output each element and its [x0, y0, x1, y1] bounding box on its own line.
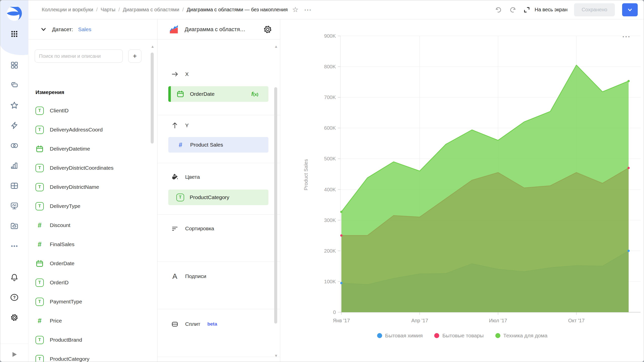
breadcrumb-collections[interactable]: Коллекции и воркбуки: [42, 7, 93, 13]
save-dropdown-button[interactable]: [622, 3, 638, 16]
rail-item-dashboards[interactable]: [9, 200, 20, 211]
date-type-icon: [35, 259, 44, 268]
rail-item-quick-actions[interactable]: [9, 120, 20, 131]
fullscreen-label[interactable]: На весь экран: [535, 7, 568, 13]
field-row-clientid[interactable]: TClientID: [28, 101, 149, 120]
shelf-split[interactable]: Сплит beta: [157, 319, 276, 330]
field-row-deliverytype[interactable]: TDeliveryType: [28, 197, 149, 216]
rail-item-connections[interactable]: [9, 140, 20, 151]
field-name: FinalSales: [50, 241, 74, 247]
section-divider: [157, 309, 280, 309]
field-row-discount[interactable]: #Discount: [28, 216, 149, 235]
letter-a-icon: A: [171, 272, 179, 281]
section-divider: [157, 163, 280, 163]
formula-fx-icon[interactable]: f(x): [251, 91, 258, 97]
breadcrumb-area-chart[interactable]: Диаграмма с областями: [123, 7, 179, 13]
config-scrollbar[interactable]: [274, 87, 277, 324]
chevron-down-icon[interactable]: [40, 26, 47, 33]
shelf-split-label: Сплит: [185, 321, 200, 327]
shelf-x[interactable]: X: [157, 69, 276, 80]
breadcrumb-charts[interactable]: Чарты: [101, 7, 115, 13]
rail-item-help[interactable]: ?: [9, 292, 20, 303]
rail-item-apps-grid[interactable]: [9, 28, 20, 39]
dataset-panel: Датасет: Sales + Измерения TClientIDTDel…: [28, 19, 157, 362]
string-type-icon: T: [35, 164, 44, 172]
arrow-up-icon: [171, 122, 179, 129]
save-button[interactable]: Сохранено: [574, 3, 615, 16]
chart-settings-gear-icon[interactable]: [263, 25, 272, 34]
area-chart-plot[interactable]: 0100K200K300K400K500K600K700K800K900KЯнв…: [280, 19, 644, 362]
shelf-sort[interactable]: Сортировка: [157, 223, 276, 234]
rail-item-navigation[interactable]: [9, 60, 20, 71]
rail-item-favorites[interactable]: [9, 100, 20, 111]
field-row-finalsales[interactable]: #FinalSales: [28, 235, 149, 254]
legend-item[interactable]: Техника для дома: [495, 333, 548, 339]
collapse-panel-button[interactable]: [10, 350, 18, 360]
shelf-x-field-orderdate[interactable]: OrderDate f(x): [168, 86, 268, 102]
rail-item-settings[interactable]: [9, 312, 20, 323]
datalens-logo[interactable]: [6, 5, 22, 21]
undo-icon: [495, 6, 502, 14]
more-menu-icon[interactable]: ⋯: [304, 6, 312, 14]
lightning-icon: [10, 121, 19, 130]
shelf-y[interactable]: Y: [157, 120, 276, 131]
rail-item-more[interactable]: [9, 241, 20, 252]
scroll-up-arrow[interactable]: ▲: [274, 44, 278, 48]
field-row-price[interactable]: #Price: [28, 311, 149, 330]
svg-text:Окт '17: Окт '17: [568, 318, 585, 323]
dataset-scrollbar[interactable]: [151, 53, 154, 144]
bar-chart-icon: [10, 161, 19, 170]
monitor-pulse-icon: [10, 202, 19, 210]
fullscreen-button[interactable]: [523, 6, 531, 14]
field-row-orderid[interactable]: TOrderID: [28, 273, 149, 292]
rail-item-tables[interactable]: [9, 180, 20, 191]
string-type-icon: T: [35, 126, 44, 134]
scroll-down-arrow[interactable]: ▼: [274, 354, 278, 357]
legend-item[interactable]: Бытовые товары: [434, 333, 484, 339]
shelf-y-label: Y: [185, 122, 189, 128]
field-row-deliverydistrictname[interactable]: TDeliveryDistrictName: [28, 177, 149, 197]
field-name: ProductBrand: [50, 337, 82, 343]
field-row-paymenttype[interactable]: TPaymentType: [28, 292, 149, 311]
dataset-name-link[interactable]: Sales: [78, 26, 91, 32]
chart-type-title[interactable]: Диаграмма с областя…: [185, 26, 263, 33]
svg-text:800K: 800K: [324, 64, 336, 69]
redo-button[interactable]: [509, 6, 516, 14]
svg-text:600K: 600K: [324, 125, 336, 131]
chart-menu-icon[interactable]: ⋯: [622, 31, 631, 41]
field-label: OrderDate: [190, 91, 215, 97]
undo-button[interactable]: [495, 6, 502, 14]
shelf-labels[interactable]: A Подписи: [157, 271, 276, 282]
rail-item-workbooks[interactable]: [9, 80, 20, 91]
linked-circles-icon: [10, 141, 19, 150]
number-type-icon: #: [35, 221, 44, 229]
legend-label: Бытовая химия: [385, 333, 423, 339]
svg-text:300K: 300K: [324, 217, 336, 223]
chart-config-panel: Диаграмма с областя… X OrderDate: [157, 19, 280, 362]
shelf-colors-field-productcategory[interactable]: T ProductCategory: [168, 190, 268, 205]
shelf-colors[interactable]: Цвета: [157, 171, 276, 183]
top-bar: Коллекции и воркбуки / Чарты / Диаграмма…: [28, 0, 644, 19]
area-chart-type-icon[interactable]: [169, 24, 179, 35]
rail-item-notifications[interactable]: [9, 272, 20, 283]
field-row-deliverydatetime[interactable]: DeliveryDatetime: [28, 139, 149, 158]
favorite-star-icon[interactable]: ☆: [292, 6, 298, 13]
string-type-icon: T: [35, 183, 44, 191]
field-search-input[interactable]: [35, 50, 123, 63]
field-row-orderdate[interactable]: OrderDate: [28, 254, 149, 273]
apps-grid-icon: [10, 29, 19, 38]
legend-item[interactable]: Бытовая химия: [377, 333, 423, 339]
shelf-y-field-product-sales[interactable]: # Product Sales: [168, 137, 268, 153]
field-row-productcategory[interactable]: TProductCategory: [28, 349, 149, 362]
field-row-productbrand[interactable]: TProductBrand: [28, 330, 149, 349]
field-row-deliveryaddresscoord[interactable]: TDeliveryAddressCoord: [28, 120, 149, 139]
rail-item-storage[interactable]: [9, 220, 20, 232]
add-field-button[interactable]: +: [128, 50, 141, 63]
svg-text:900K: 900K: [324, 33, 336, 39]
field-row-deliverydistrictcoordinates[interactable]: TDeliveryDistrictCoordinates: [28, 158, 149, 177]
string-type-icon: T: [176, 194, 184, 201]
field-name: DeliveryDistrictCoordinates: [50, 165, 113, 171]
field-name: ClientID: [50, 108, 69, 114]
rail-item-charts[interactable]: [9, 160, 20, 171]
scroll-up-arrow[interactable]: ▲: [151, 44, 154, 48]
